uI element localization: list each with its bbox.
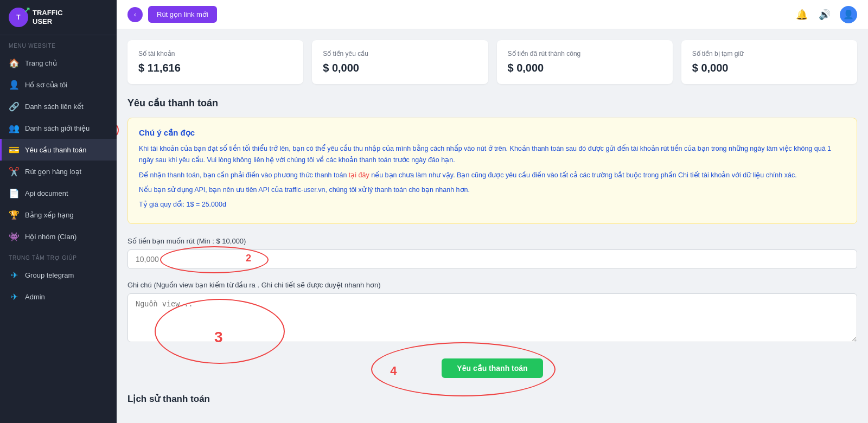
sidebar-item-label: Trang chủ — [25, 59, 57, 67]
sidebar-item-label: Danh sách liên kết — [25, 102, 84, 111]
main-area: ‹ Rút gọn link mới 🔔 🔊 👤 Số tài khoản $ … — [117, 0, 868, 423]
stat-label-2: Số tiền đã rút thành công — [508, 50, 662, 57]
sidebar-item-label: Hồ sơ của tôi — [25, 81, 67, 89]
sidebar-item-rut-gon[interactable]: ✂️ Rút gọn hàng loạt — [0, 161, 117, 182]
ranking-icon: 🏆 — [9, 209, 20, 220]
sidebar-item-api[interactable]: 📄 Api document — [0, 182, 117, 204]
profile-icon: 👤 — [9, 79, 20, 90]
sidebar-item-hoi-nhom[interactable]: 👾 Hội nhóm (Clan) — [0, 226, 117, 247]
payment-title: Yêu cầu thanh toán — [127, 97, 857, 109]
sidebar-item-label: Api document — [25, 189, 68, 197]
note-field-wrapper: Ghi chú (Nguồn view bạn kiếm từ đầu ra .… — [127, 281, 857, 352]
sidebar-item-ho-so[interactable]: 👤 Hồ sơ của tôi — [0, 74, 117, 95]
stat-label-0: Số tài khoản — [138, 50, 292, 57]
notice-p3: Nếu bạn sử dụng API, bạn nên ưu tiên API… — [139, 184, 846, 196]
sidebar-item-group-telegram[interactable]: ✈ Group telegram — [0, 264, 117, 286]
logo-text: TRAFFIC USER — [33, 9, 63, 25]
payment-section: Yêu cầu thanh toán 1 Chú ý cần đọc Khi t… — [127, 97, 857, 405]
payment-icon: 💳 — [9, 144, 20, 155]
stat-card-3: Số tiền bị tạm giữ $ 0,000 — [681, 40, 857, 84]
notice-link[interactable]: tại đây — [349, 171, 369, 179]
topbar: ‹ Rút gọn link mới 🔔 🔊 👤 — [117, 0, 868, 29]
link-icon: 🔗 — [9, 101, 20, 112]
scissors-icon: ✂️ — [9, 166, 20, 177]
stat-value-0: $ 11,616 — [138, 62, 292, 74]
sidebar-item-label: Rút gọn hàng loạt — [25, 168, 81, 176]
sidebar-item-label: Yêu cầu thanh toán — [25, 146, 87, 154]
avatar[interactable]: 👤 — [840, 6, 857, 23]
amount-label: Số tiền bạn muốn rút (Min : $ 10,000) — [127, 237, 857, 245]
sidebar-item-label: Hội nhóm (Clan) — [25, 233, 76, 241]
stat-value-3: $ 0,000 — [692, 62, 846, 74]
home-icon: 🏠 — [9, 57, 20, 68]
history-title: Lịch sử thanh toán — [127, 393, 857, 405]
api-icon: 📄 — [9, 188, 20, 198]
sidebar-item-danh-sach-gioi-thieu[interactable]: 👥 Danh sách giới thiệu — [0, 117, 117, 139]
support-section-label: TRUNG TÂM TRỢ GIÚP — [0, 247, 117, 264]
collapse-button[interactable]: ‹ — [127, 7, 143, 22]
step1-annotation: 1 — [117, 122, 119, 138]
sidebar-item-yeu-cau-thanh-toan[interactable]: 💳 Yêu cầu thanh toán — [0, 139, 117, 161]
submit-button[interactable]: Yêu cầu thanh toán — [442, 358, 542, 378]
step4-number: 4 — [390, 364, 397, 378]
amount-input[interactable] — [127, 249, 857, 269]
sidebar-item-trang-chu[interactable]: 🏠 Trang chủ — [0, 52, 117, 74]
sidebar: T TRAFFIC USER MENU WEBSITE 🏠 Trang chủ … — [0, 0, 117, 423]
sidebar-item-label: Danh sách giới thiệu — [25, 124, 90, 132]
note-textarea[interactable] — [127, 293, 857, 342]
notice-title: Chú ý cần đọc — [139, 128, 846, 138]
logo: T TRAFFIC USER — [0, 0, 117, 35]
amount-field-wrapper: Số tiền bạn muốn rút (Min : $ 10,000) 2 — [127, 237, 857, 279]
topbar-right: 🔔 🔊 👤 — [794, 6, 857, 23]
notice-p1: Khi tài khoản của bạn đạt số tiền tối th… — [139, 143, 846, 166]
menu-section-label: MENU WEBSITE — [0, 35, 117, 52]
stat-value-1: $ 0,000 — [323, 62, 477, 74]
notice-wrapper: 1 Chú ý cần đọc Khi tài khoản của bạn đạ… — [127, 118, 857, 224]
stats-row: Số tài khoản $ 11,616 Số tiền yêu cầu $ … — [127, 40, 857, 84]
speaker-icon[interactable]: 🔊 — [817, 7, 832, 22]
sidebar-item-admin[interactable]: ✈ Admin — [0, 286, 117, 307]
stat-card-2: Số tiền đã rút thành công $ 0,000 — [497, 40, 673, 84]
sidebar-item-danh-sach-lien-ket[interactable]: 🔗 Danh sách liên kết — [0, 95, 117, 117]
clan-icon: 👾 — [9, 231, 20, 242]
content-area: Số tài khoản $ 11,616 Số tiền yêu cầu $ … — [117, 29, 868, 423]
logo-icon: T — [9, 8, 28, 27]
stat-label-3: Số tiền bị tạm giữ — [692, 50, 846, 57]
notice-p2: Để nhận thanh toán, bạn cần phải điền và… — [139, 170, 846, 181]
note-label: Ghi chú (Nguồn view bạn kiếm từ đầu ra .… — [127, 281, 857, 289]
stat-card-0: Số tài khoản $ 11,616 — [127, 40, 303, 84]
stat-card-1: Số tiền yêu cầu $ 0,000 — [312, 40, 488, 84]
sidebar-item-label: Bảng xếp hạng — [25, 211, 74, 219]
stat-value-2: $ 0,000 — [508, 62, 662, 74]
admin-telegram-icon: ✈ — [9, 291, 20, 302]
referral-icon: 👥 — [9, 123, 20, 133]
bell-icon[interactable]: 🔔 — [794, 7, 809, 22]
sidebar-item-label: Admin — [25, 293, 45, 301]
shorten-link-button[interactable]: Rút gọn link mới — [148, 6, 217, 23]
notice-box: Chú ý cần đọc Khi tài khoản của bạn đạt … — [127, 118, 857, 224]
submit-row: 4 Yêu cầu thanh toán — [127, 358, 857, 378]
telegram-icon: ✈ — [9, 270, 20, 280]
notice-p4: Tỷ giá quy đổi: 1$ = 25.000đ — [139, 199, 846, 210]
sidebar-item-label: Group telegram — [25, 271, 74, 279]
stat-label-1: Số tiền yêu cầu — [323, 50, 477, 57]
topbar-left: ‹ Rút gọn link mới — [127, 6, 217, 23]
sidebar-item-bang-xep-hang[interactable]: 🏆 Bảng xếp hạng — [0, 204, 117, 226]
